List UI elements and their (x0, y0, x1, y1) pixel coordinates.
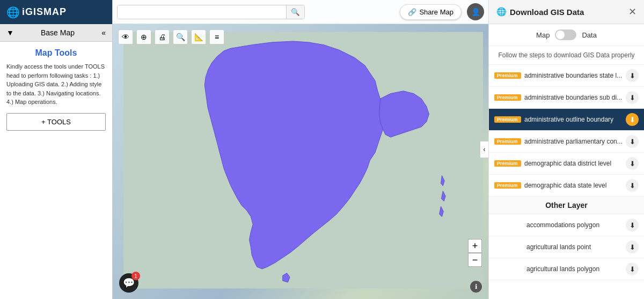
layer-name: agricultural lands polygon (494, 265, 623, 273)
download-layer-button[interactable]: ⬇ (626, 135, 639, 148)
premium-badge: Premium (494, 160, 521, 167)
download-layer-button[interactable]: ⬇ (626, 69, 639, 82)
layer-item-admin-state[interactable]: Premium administrative boundaries state … (489, 65, 644, 87)
basemap-header[interactable]: ▼ Base Map « (0, 24, 112, 42)
layer-item-demographic-district[interactable]: Premium demographic data district level … (489, 153, 644, 175)
eye-tool-button[interactable]: 👁 (118, 29, 133, 44)
other-layer-item-agricultural-polygon[interactable]: agricultural lands polygon ⬇ (489, 258, 644, 280)
chat-notification-badge: 1 (131, 272, 140, 280)
toggle-data-label: Data (582, 31, 596, 39)
download-layer-button[interactable]: ⬇ (626, 157, 639, 170)
premium-badge: Premium (494, 116, 521, 123)
sidebar: 🌐 iGISMAP ▼ Base Map « Map Tools Kindly … (0, 0, 113, 299)
collapse-panel-arrow[interactable]: ‹ (480, 141, 488, 158)
chat-bubble[interactable]: 💬 1 (119, 273, 138, 293)
logo-bar: 🌐 iGISMAP (0, 0, 112, 24)
layer-item-demographic-state[interactable]: Premium demographic data state level ⬇ (489, 175, 644, 197)
map-container[interactable]: 🔍 🔗 Share Map 👤 👁 ⊕ 🖨 🔍 📐 ≡ (113, 0, 488, 299)
premium-badge: Premium (494, 138, 521, 145)
layer-name: administrative outline boundary (524, 116, 623, 123)
layer-name: demographic data district level (524, 160, 623, 167)
layers-tool-button[interactable]: ≡ (209, 29, 224, 44)
premium-badge: Premium (494, 94, 521, 101)
panel-title-text: Download GIS Data (510, 8, 584, 17)
measure-tool-button[interactable]: 📐 (191, 29, 206, 44)
india-map[interactable] (123, 27, 483, 294)
other-layer-section-header: Other Layer (489, 197, 644, 214)
other-layer-item-agricultural-point[interactable]: agricultural lands point ⬇ (489, 236, 644, 258)
close-panel-button[interactable]: ✕ (628, 6, 636, 18)
map-icons-row: 👁 ⊕ 🖨 🔍 📐 ≡ (118, 29, 224, 44)
share-button-label: Share Map (419, 8, 453, 16)
premium-badge: Premium (494, 72, 521, 79)
layer-name: administrative boundaries sub di... (524, 94, 623, 101)
layer-name: administrative boundaries state l... (524, 72, 623, 79)
crosshair-tool-button[interactable]: ⊕ (136, 29, 151, 44)
steps-text: Follow the steps to download GIS Data pr… (489, 46, 644, 65)
app-logo-text: iGISMAP (22, 6, 67, 18)
download-layer-button[interactable]: ⬇ (626, 219, 639, 231)
map-tools-title: Map Tools (6, 48, 106, 58)
tools-button[interactable]: + TOOLS (6, 113, 106, 131)
zoom-in-button[interactable]: + (468, 239, 482, 253)
download-layer-button[interactable]: ⬇ (626, 113, 639, 126)
download-layer-button[interactable]: ⬇ (626, 91, 639, 104)
map-data-toggle[interactable] (555, 29, 576, 40)
user-account-button[interactable]: 👤 (467, 3, 484, 20)
share-icon: 🔗 (408, 8, 416, 16)
layer-item-admin-outline[interactable]: Premium administrative outline boundary … (489, 109, 644, 131)
download-layer-button[interactable]: ⬇ (626, 179, 639, 192)
expand-icon[interactable]: « (101, 28, 106, 37)
print-tool-button[interactable]: 🖨 (155, 29, 170, 44)
layer-item-admin-sub[interactable]: Premium administrative boundaries sub di… (489, 87, 644, 109)
basemap-label: Base Map (41, 28, 75, 37)
zoom-controls: + − (468, 239, 482, 267)
toggle-map-label: Map (536, 31, 550, 39)
map-toolbar: 🔍 🔗 Share Map 👤 (113, 0, 488, 24)
globe-icon: 🌐 (6, 6, 20, 19)
other-layers-list: accommodations polygon ⬇ agricultural la… (489, 214, 644, 280)
info-icon: ℹ (475, 283, 478, 290)
download-layer-button[interactable]: ⬇ (626, 241, 639, 253)
share-map-button[interactable]: 🔗 Share Map (400, 4, 462, 20)
layer-name: demographic data state level (524, 182, 623, 189)
map-tools-description: Kindly access the tools under TOOLS head… (6, 62, 106, 107)
zoom-out-button[interactable]: − (468, 253, 482, 267)
layer-item-admin-parl[interactable]: Premium administrative parliamentary con… (489, 131, 644, 153)
layer-name: agricultural lands point (494, 243, 623, 251)
layer-name: accommodations polygon (494, 221, 623, 229)
download-layer-button[interactable]: ⬇ (626, 263, 639, 275)
toggle-row: Map Data (489, 24, 644, 46)
right-panel-title: 🌐 Download GIS Data (496, 7, 584, 17)
other-layer-item-accommodations[interactable]: accommodations polygon ⬇ (489, 214, 644, 236)
layer-name: administrative parliamentary con... (524, 138, 623, 145)
zoom-tool-button[interactable]: 🔍 (173, 29, 188, 44)
right-panel: 🌐 Download GIS Data ✕ Map Data Follow th… (488, 0, 644, 299)
search-box: 🔍 (117, 5, 305, 19)
map-tools-panel: Map Tools Kindly access the tools under … (0, 42, 112, 299)
toggle-knob (556, 31, 565, 39)
premium-badge: Premium (494, 182, 521, 189)
basemap-toggle-icon: ▼ (6, 28, 14, 37)
right-panel-header: 🌐 Download GIS Data ✕ (489, 0, 644, 24)
panel-title-icon: 🌐 (496, 7, 507, 17)
search-button[interactable]: 🔍 (286, 5, 304, 19)
search-input[interactable] (118, 5, 286, 19)
info-button[interactable]: ℹ (470, 281, 482, 293)
layers-list: Premium administrative boundaries state … (489, 65, 644, 197)
